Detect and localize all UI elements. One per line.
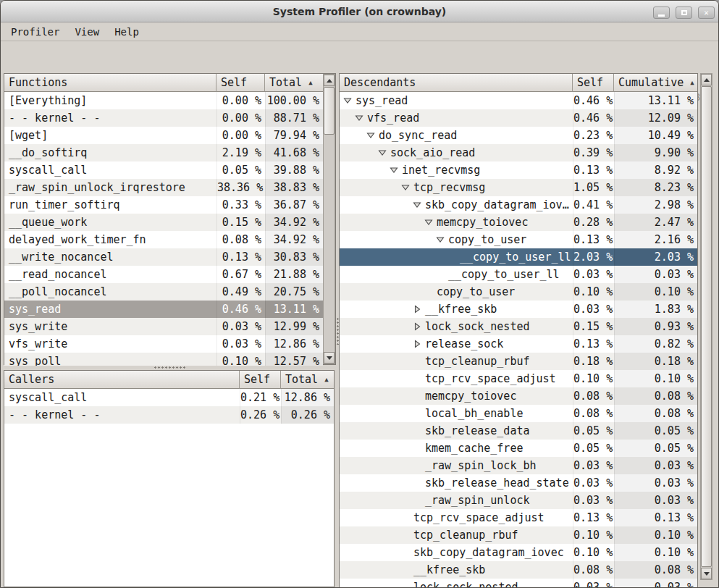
total-percent: 12.99 % [265, 318, 323, 335]
table-row[interactable]: [Everything]0.00 %100.00 % [4, 92, 323, 109]
tree-row[interactable]: __kfree_skb0.08 %0.08 % [340, 561, 697, 579]
sort-ascending-icon: ▲ [324, 371, 328, 388]
cumulative-percent: 0.05 % [614, 422, 697, 440]
tree-row[interactable]: __kfree_skb0.03 %1.83 % [340, 301, 697, 318]
self-percent: 0.13 % [573, 161, 614, 179]
functions-vertical-scrollbar[interactable] [323, 74, 335, 364]
table-row[interactable]: __read_nocancel0.67 %21.88 % [4, 266, 323, 283]
descendants-column-header[interactable]: Descendants [340, 74, 573, 92]
table-row[interactable]: __poll_nocancel0.49 %20.75 % [4, 283, 323, 301]
tree-row[interactable]: copy_to_user0.10 %0.10 % [340, 283, 697, 301]
scroll-down-button[interactable] [324, 352, 335, 364]
callers-self-column-header[interactable]: Self [240, 371, 281, 389]
maximize-button[interactable] [676, 7, 692, 19]
table-row[interactable]: syscall_call0.21 %12.86 % [4, 389, 334, 406]
functions-column-header[interactable]: Functions [4, 74, 216, 92]
table-row[interactable]: syscall_call0.05 %39.88 % [4, 161, 323, 179]
tree-row[interactable]: release_sock0.13 %0.82 % [340, 335, 697, 353]
titlebar[interactable]: System Profiler (on crownbay) ✕ [1, 1, 718, 22]
tree-row[interactable]: _raw_spin_unlock0.03 %0.03 % [340, 492, 697, 509]
table-row[interactable]: sys_poll0.10 %12.57 % [4, 353, 323, 366]
descendants-vertical-scrollbar[interactable] [700, 73, 712, 580]
scroll-down-button[interactable] [701, 568, 712, 579]
scroll-up-button[interactable] [701, 74, 712, 85]
expander-open-icon[interactable] [390, 166, 398, 175]
menu-profiler[interactable]: Profiler [9, 25, 61, 39]
table-row[interactable]: delayed_work_timer_fn0.08 %34.92 % [4, 231, 323, 248]
table-row[interactable]: __queue_work0.15 %34.92 % [4, 214, 323, 231]
table-row[interactable]: - - kernel - -0.26 %0.26 % [4, 406, 334, 424]
expander-closed-icon[interactable] [413, 340, 421, 348]
expander-open-icon[interactable] [436, 235, 445, 244]
function-name-label: tcp_rcv_space_adjust [425, 370, 556, 387]
expander-open-icon[interactable] [413, 201, 421, 209]
tree-row[interactable]: tcp_rcv_space_adjust0.13 %0.13 % [340, 509, 697, 526]
tree-row[interactable]: tcp_recvmsg1.05 %8.23 % [340, 179, 697, 196]
tree-row[interactable]: tcp_cleanup_rbuf0.18 %0.18 % [340, 353, 697, 370]
cumulative-percent: 2.03 % [614, 248, 697, 266]
table-row[interactable]: run_timer_softirq0.33 %36.87 % [4, 196, 323, 214]
table-row[interactable]: sys_write0.03 %12.99 % [4, 318, 323, 335]
functions-self-column-header[interactable]: Self [216, 74, 265, 92]
expander-closed-icon[interactable] [413, 322, 421, 331]
menu-help[interactable]: Help [113, 25, 140, 39]
table-row[interactable]: vfs_write0.03 %12.86 % [4, 335, 323, 353]
tree-row[interactable]: skb_copy_datagram_iovec0.10 %0.10 % [340, 544, 697, 561]
tree-row[interactable]: sock_aio_read0.39 %9.90 % [340, 144, 697, 161]
function-name: tcp_recvmsg [340, 179, 573, 196]
table-row[interactable]: sys_read0.46 %13.11 % [4, 301, 323, 318]
expander-open-icon[interactable] [366, 131, 375, 140]
tree-row[interactable]: _raw_spin_lock_bh0.03 %0.03 % [340, 457, 697, 474]
functions-total-column-header[interactable]: Total▲ [265, 74, 323, 92]
table-row[interactable]: [wget]0.00 %79.94 % [4, 127, 323, 144]
callers-total-column-header[interactable]: Total▲ [281, 371, 334, 389]
tree-row[interactable]: skb_copy_datagram_iov…0.41 %2.98 % [340, 196, 697, 214]
cumulative-percent: 0.03 % [614, 457, 697, 474]
expander-closed-icon[interactable] [413, 305, 421, 314]
tree-row[interactable]: vfs_read0.46 %12.09 % [340, 109, 697, 127]
table-row[interactable]: _raw_spin_unlock_irqrestore38.36 %38.83 … [4, 179, 323, 196]
tree-row[interactable]: local_bh_enable0.08 %0.08 % [340, 405, 697, 422]
table-row[interactable]: - - kernel - -0.00 %88.71 % [4, 109, 323, 127]
scrollbar-thumb[interactable] [324, 87, 335, 135]
expander-open-icon[interactable] [401, 183, 410, 192]
table-row[interactable]: __write_nocancel0.13 %30.83 % [4, 248, 323, 266]
tree-row[interactable]: memcpy_toiovec0.28 %2.47 % [340, 214, 697, 231]
tree-row[interactable]: do_sync_read0.23 %10.49 % [340, 127, 697, 144]
tree-row[interactable]: skb_release_data0.05 %0.05 % [340, 422, 697, 440]
descendants-cumulative-column-header[interactable]: Cumulative▲ [614, 74, 697, 92]
expander-open-icon[interactable] [424, 218, 433, 227]
close-button[interactable]: ✕ [698, 7, 715, 19]
tree-row[interactable]: __copy_to_user_ll2.03 %2.03 % [340, 248, 697, 266]
horizontal-pane-splitter[interactable] [4, 365, 336, 370]
scrollbar-thumb[interactable] [701, 86, 712, 567]
tree-row[interactable]: lock_sock_nested0.03 %0.03 % [340, 579, 697, 587]
expander-open-icon[interactable] [343, 96, 352, 105]
tree-row[interactable]: lock_sock_nested0.15 %0.93 % [340, 318, 697, 335]
cumulative-percent: 0.10 % [614, 370, 697, 387]
tree-row[interactable]: tcp_cleanup_rbuf0.10 %0.10 % [340, 526, 697, 544]
expander-open-icon[interactable] [378, 148, 387, 157]
callers-column-header[interactable]: Callers [4, 371, 240, 389]
cumulative-percent: 2.16 % [614, 231, 697, 248]
function-name-label: skb_copy_datagram_iov… [425, 196, 569, 214]
self-percent: 0.08 % [573, 405, 614, 422]
tree-row[interactable]: inet_recvmsg0.13 %8.92 % [340, 161, 697, 179]
self-percent: 0.03 % [216, 335, 265, 353]
tree-row[interactable]: sys_read0.46 %13.11 % [340, 92, 697, 109]
tree-row[interactable]: skb_release_head_state0.03 %0.03 % [340, 474, 697, 492]
tree-row[interactable]: memcpy_toiovec0.08 %0.08 % [340, 387, 697, 405]
self-percent: 0.46 % [216, 301, 265, 318]
scroll-up-button[interactable] [324, 75, 335, 86]
tree-row[interactable]: copy_to_user0.13 %2.16 % [340, 231, 697, 248]
expander-open-icon[interactable] [355, 114, 363, 122]
minimize-button[interactable] [653, 7, 670, 19]
function-name: vfs_read [340, 109, 573, 127]
self-percent: 0.26 % [240, 406, 281, 424]
tree-row[interactable]: __copy_to_user_ll0.03 %0.03 % [340, 266, 697, 283]
descendants-self-column-header[interactable]: Self [573, 74, 614, 92]
tree-row[interactable]: kmem_cache_free0.05 %0.05 % [340, 440, 697, 457]
table-row[interactable]: __do_softirq2.19 %41.68 % [4, 144, 323, 161]
tree-row[interactable]: tcp_rcv_space_adjust0.10 %0.10 % [340, 370, 697, 387]
menu-view[interactable]: View [73, 25, 101, 39]
